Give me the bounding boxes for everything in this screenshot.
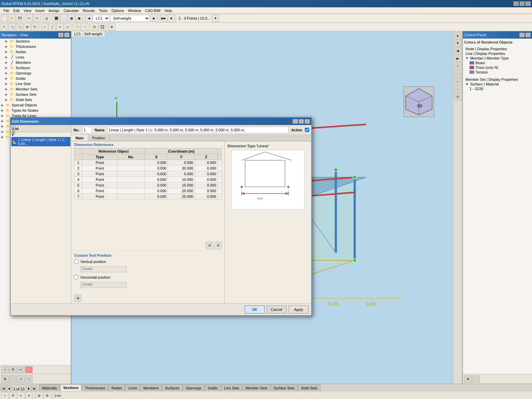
nav-foot-3[interactable]: ↗ (17, 375, 25, 383)
dlg-titlebar[interactable]: Edit Dimension — □ × (11, 118, 311, 125)
dlg-list-item-1[interactable]: 📐 1 Linear | Length | Style 1 | L: 5.00.… (11, 137, 70, 146)
tab-lines[interactable]: Lines (125, 384, 140, 391)
cp-foot-1[interactable]: ⚙ (464, 375, 471, 383)
strip-btn-4[interactable]: ▶ (454, 55, 462, 62)
nav-item-nodes[interactable]: ▶ 📁 Nodes (0, 49, 71, 55)
strip-btn-8[interactable]: ↕ (454, 85, 462, 93)
tb2-cursor[interactable]: ↖ (1, 23, 8, 31)
tb2-dim[interactable]: ↔ (81, 23, 88, 31)
tb-view3[interactable]: ▦ (68, 15, 75, 22)
tb-redo[interactable]: ↪ (33, 15, 41, 22)
maximize-button[interactable]: □ (519, 1, 525, 6)
cp-close-btn[interactable]: × (525, 33, 531, 37)
cp-foot-2[interactable]: 📋 (472, 375, 479, 383)
tab-nav-next[interactable]: ▶ (26, 386, 32, 391)
tab-materials[interactable]: Materials (39, 384, 60, 391)
tb-points-dropdown[interactable]: ▼ (212, 15, 219, 22)
bt-value[interactable]: 0.00 (54, 392, 62, 399)
bt-filter[interactable]: ⊞ (36, 392, 43, 399)
nav-item-sections[interactable]: ▶ 📁 Sections (0, 39, 71, 44)
bt-edit[interactable]: ✏ (17, 392, 25, 399)
menu-options[interactable]: Options (109, 8, 126, 13)
ref-delete-btn[interactable]: ✕ (214, 242, 222, 249)
tab-thicknesses[interactable]: Thicknesses (82, 384, 108, 391)
tb2-measure[interactable]: 📏 (73, 23, 81, 31)
menu-assign[interactable]: Assign (47, 8, 62, 13)
menu-results[interactable]: Results (81, 8, 97, 13)
cp-line-display[interactable]: Line | Display Properties (464, 51, 531, 56)
cp-material-s235[interactable]: 1 - S235 (464, 86, 531, 91)
nav-delete-btn[interactable]: ✕ (25, 366, 33, 373)
tab-openings[interactable]: Openings (183, 384, 204, 391)
tb-save[interactable]: 💾 (16, 15, 23, 22)
menu-help[interactable]: Help (163, 8, 174, 13)
nav-item-openings[interactable]: ▶ 📁 Openings (0, 70, 71, 76)
close-button[interactable]: × (525, 1, 531, 6)
tb-lc-name-select[interactable]: Self-weight (110, 15, 150, 22)
dlg-tab-position[interactable]: Position (88, 135, 109, 141)
strip-btn-7[interactable]: ↔ (454, 78, 462, 85)
cp-memberset-display[interactable]: Member Set | Display Properties (464, 77, 531, 82)
tb-view4[interactable]: ▣ (75, 15, 83, 22)
nav-item-typesfornodes[interactable]: ▶ 📁 Types for Nodes (0, 108, 71, 113)
tab-linesets[interactable]: Line Sets (221, 384, 242, 391)
nav-item-surfacesets[interactable]: ▶ 📁 Surface Sets (0, 92, 71, 97)
dlg-minimize-btn[interactable]: — (293, 119, 298, 124)
cp-truss-item[interactable]: Truss (only N) (464, 65, 531, 70)
strip-btn-3[interactable]: ◀ (454, 47, 462, 55)
dlg-no-input[interactable] (82, 127, 92, 133)
tab-solidsets[interactable]: Solid Sets (298, 384, 321, 391)
cp-node-display[interactable]: Node | Display Properties (464, 47, 531, 51)
tb-lc-select[interactable]: LC1 (93, 15, 110, 22)
tb-undo[interactable]: ↩ (26, 15, 33, 22)
cp-member-type[interactable]: ▼ Member | Member Type (464, 56, 531, 61)
ref-reset-btn[interactable]: ↺ (206, 242, 213, 249)
menu-tools[interactable]: Tools (97, 8, 109, 13)
nav-item-specialobjects[interactable]: ▶ 📁 Special Objects (0, 102, 71, 108)
cp-surface-material[interactable]: ▼ Surface | Material (464, 82, 531, 86)
cp-tension-item[interactable]: Tension (464, 70, 531, 74)
tb2-zoom-out[interactable]: 🔍 (16, 23, 23, 31)
tb2-member[interactable]: ═ (56, 23, 64, 31)
dlg-active-checkbox[interactable] (305, 128, 309, 132)
dlg-name-input[interactable] (107, 127, 289, 133)
dlg-left-2[interactable]: ▼ (11, 130, 15, 134)
nav-item-surfaces[interactable]: ▶ 📁 Surfaces (0, 65, 71, 70)
nav-restore-btn[interactable]: □ (58, 33, 64, 37)
tb2-surface[interactable]: ▭ (64, 23, 71, 31)
horizontal-pos-checkbox[interactable] (74, 275, 78, 279)
strip-btn-5[interactable]: + (454, 63, 462, 70)
menu-view[interactable]: View (22, 8, 34, 13)
bt-copy[interactable]: ⧉ (9, 392, 17, 399)
tab-nav-prev[interactable]: ◀ (6, 386, 12, 391)
dlg-close-btn[interactable]: × (305, 119, 310, 124)
dlg-ok-btn[interactable]: OK (245, 306, 265, 314)
dlg-maximize-btn[interactable]: □ (299, 119, 304, 124)
nav-item-lines[interactable]: ▶ ╱ Lines (0, 55, 71, 60)
cp-restore-btn[interactable]: □ (519, 33, 525, 37)
tb-print[interactable]: 🖨 (43, 15, 50, 22)
bt-add[interactable]: + (1, 392, 9, 399)
tb2-zoom-in[interactable]: 🔍 (8, 23, 16, 31)
tab-solids[interactable]: Solids (205, 384, 221, 391)
nav-item-solids[interactable]: ▶ 📁 Solids (0, 76, 71, 81)
dlg-tab-main[interactable]: Main (71, 135, 88, 141)
nav-add-btn[interactable]: + (1, 366, 9, 373)
dlg-cancel-btn[interactable]: Cancel (267, 306, 287, 314)
tb2-line[interactable]: ╱ (49, 23, 56, 31)
menu-window[interactable]: Window (126, 8, 143, 13)
tb2-zoom-all[interactable]: ⊞ (24, 23, 31, 31)
strip-btn-1[interactable]: ▲ (454, 32, 462, 39)
tb-lc-next[interactable]: ▶ (150, 15, 158, 22)
strip-btn-2[interactable]: ▼ (454, 40, 462, 47)
tab-membersets[interactable]: Member Sets (243, 384, 270, 391)
nav-foot-4[interactable]: 🔧 (25, 375, 33, 383)
tb-new[interactable]: 📄 (1, 15, 8, 22)
nav-item-solidsets[interactable]: ▶ 📁 Solid Sets (0, 97, 71, 102)
strip-btn-9[interactable]: ⊙ (454, 93, 462, 100)
tb-open[interactable]: 📂 (8, 15, 16, 22)
nav-close-btn[interactable]: × (64, 33, 69, 37)
nav-copy-btn[interactable]: ⧉ (9, 366, 17, 373)
tb2-rotate[interactable]: ↻ (31, 23, 39, 31)
tab-surfacesets[interactable]: Surface Sets (271, 384, 298, 391)
